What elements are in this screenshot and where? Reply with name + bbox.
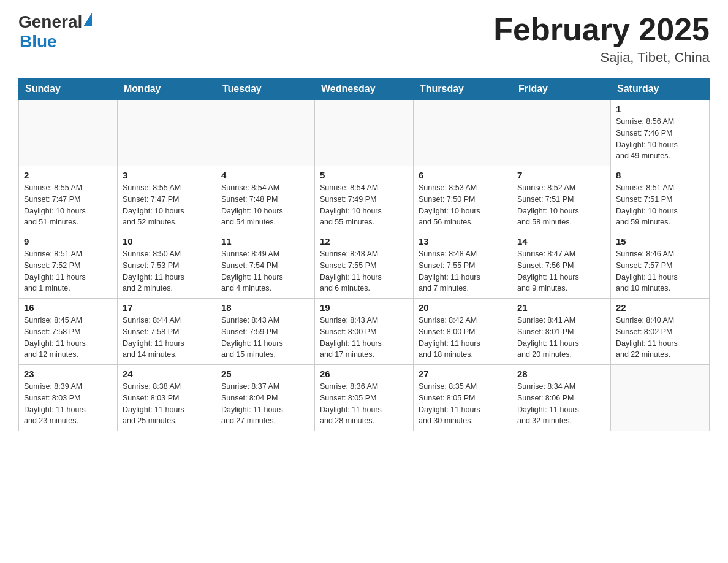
weekday-header-tuesday: Tuesday	[216, 79, 315, 100]
day-number: 20	[419, 302, 507, 313]
day-number: 8	[616, 170, 704, 180]
calendar-cell: 4Sunrise: 8:54 AM Sunset: 7:48 PM Daylig…	[216, 166, 315, 232]
calendar-cell	[118, 100, 216, 166]
day-info: Sunrise: 8:43 AM Sunset: 7:59 PM Dayligh…	[221, 315, 309, 361]
calendar-cell: 17Sunrise: 8:44 AM Sunset: 7:58 PM Dayli…	[118, 299, 216, 365]
day-number: 6	[419, 170, 507, 180]
day-info: Sunrise: 8:36 AM Sunset: 8:05 PM Dayligh…	[320, 381, 408, 427]
weekday-header-wednesday: Wednesday	[315, 79, 414, 100]
day-info: Sunrise: 8:47 AM Sunset: 7:56 PM Dayligh…	[517, 248, 605, 294]
calendar-cell: 9Sunrise: 8:51 AM Sunset: 7:52 PM Daylig…	[19, 232, 118, 299]
day-number: 4	[221, 170, 309, 180]
day-number: 28	[517, 369, 605, 379]
day-info: Sunrise: 8:44 AM Sunset: 7:58 PM Dayligh…	[123, 315, 211, 361]
calendar-cell: 1Sunrise: 8:56 AM Sunset: 7:46 PM Daylig…	[611, 100, 710, 166]
calendar-location: Sajia, Tibet, China	[493, 50, 710, 66]
calendar-cell: 3Sunrise: 8:55 AM Sunset: 7:47 PM Daylig…	[118, 166, 216, 232]
day-number: 2	[24, 170, 112, 180]
calendar-cell: 12Sunrise: 8:48 AM Sunset: 7:55 PM Dayli…	[315, 232, 414, 299]
day-info: Sunrise: 8:42 AM Sunset: 8:00 PM Dayligh…	[419, 315, 507, 361]
calendar-cell: 7Sunrise: 8:52 AM Sunset: 7:51 PM Daylig…	[512, 166, 611, 232]
calendar-cell: 24Sunrise: 8:38 AM Sunset: 8:03 PM Dayli…	[118, 365, 216, 431]
day-info: Sunrise: 8:55 AM Sunset: 7:47 PM Dayligh…	[123, 182, 211, 228]
day-number: 21	[517, 302, 605, 313]
calendar-cell	[315, 100, 414, 166]
day-info: Sunrise: 8:51 AM Sunset: 7:51 PM Dayligh…	[616, 182, 704, 228]
calendar-week-row: 1Sunrise: 8:56 AM Sunset: 7:46 PM Daylig…	[19, 100, 710, 166]
page-header: General Blue February 2025 Sajia, Tibet,…	[18, 12, 710, 66]
day-info: Sunrise: 8:56 AM Sunset: 7:46 PM Dayligh…	[616, 116, 704, 162]
weekday-header-sunday: Sunday	[19, 79, 118, 100]
weekday-header-monday: Monday	[118, 79, 216, 100]
day-number: 15	[616, 236, 704, 247]
day-info: Sunrise: 8:48 AM Sunset: 7:55 PM Dayligh…	[419, 248, 507, 294]
day-info: Sunrise: 8:38 AM Sunset: 8:03 PM Dayligh…	[123, 381, 211, 427]
calendar-cell	[19, 100, 118, 166]
day-number: 23	[24, 369, 112, 379]
calendar-cell: 19Sunrise: 8:43 AM Sunset: 8:00 PM Dayli…	[315, 299, 414, 365]
calendar-cell: 8Sunrise: 8:51 AM Sunset: 7:51 PM Daylig…	[611, 166, 710, 232]
calendar-cell	[611, 365, 710, 431]
day-info: Sunrise: 8:45 AM Sunset: 7:58 PM Dayligh…	[24, 315, 112, 361]
calendar-cell: 21Sunrise: 8:41 AM Sunset: 8:01 PM Dayli…	[512, 299, 611, 365]
day-info: Sunrise: 8:51 AM Sunset: 7:52 PM Dayligh…	[24, 248, 112, 294]
day-number: 24	[123, 369, 211, 379]
calendar-cell: 14Sunrise: 8:47 AM Sunset: 7:56 PM Dayli…	[512, 232, 611, 299]
calendar-cell: 20Sunrise: 8:42 AM Sunset: 8:00 PM Dayli…	[414, 299, 512, 365]
calendar-cell: 25Sunrise: 8:37 AM Sunset: 8:04 PM Dayli…	[216, 365, 315, 431]
day-info: Sunrise: 8:40 AM Sunset: 8:02 PM Dayligh…	[616, 315, 704, 361]
day-info: Sunrise: 8:50 AM Sunset: 7:53 PM Dayligh…	[123, 248, 211, 294]
day-info: Sunrise: 8:52 AM Sunset: 7:51 PM Dayligh…	[517, 182, 605, 228]
calendar-cell: 10Sunrise: 8:50 AM Sunset: 7:53 PM Dayli…	[118, 232, 216, 299]
weekday-header-row: SundayMondayTuesdayWednesdayThursdayFrid…	[19, 79, 710, 100]
day-info: Sunrise: 8:41 AM Sunset: 8:01 PM Dayligh…	[517, 315, 605, 361]
day-number: 18	[221, 302, 309, 313]
day-number: 11	[221, 236, 309, 247]
logo: General Blue	[18, 12, 92, 52]
calendar-cell: 27Sunrise: 8:35 AM Sunset: 8:05 PM Dayli…	[414, 365, 512, 431]
day-info: Sunrise: 8:48 AM Sunset: 7:55 PM Dayligh…	[320, 248, 408, 294]
calendar-cell: 13Sunrise: 8:48 AM Sunset: 7:55 PM Dayli…	[414, 232, 512, 299]
day-info: Sunrise: 8:39 AM Sunset: 8:03 PM Dayligh…	[24, 381, 112, 427]
calendar-cell: 15Sunrise: 8:46 AM Sunset: 7:57 PM Dayli…	[611, 232, 710, 299]
logo-general-text: General	[18, 12, 82, 32]
day-info: Sunrise: 8:46 AM Sunset: 7:57 PM Dayligh…	[616, 248, 704, 294]
day-number: 3	[123, 170, 211, 180]
calendar-cell: 11Sunrise: 8:49 AM Sunset: 7:54 PM Dayli…	[216, 232, 315, 299]
day-number: 5	[320, 170, 408, 180]
day-number: 16	[24, 302, 112, 313]
calendar-cell: 23Sunrise: 8:39 AM Sunset: 8:03 PM Dayli…	[19, 365, 118, 431]
calendar-cell	[512, 100, 611, 166]
day-info: Sunrise: 8:34 AM Sunset: 8:06 PM Dayligh…	[517, 381, 605, 427]
day-number: 12	[320, 236, 408, 247]
logo-blue-text: Blue	[20, 32, 57, 52]
calendar-cell: 5Sunrise: 8:54 AM Sunset: 7:49 PM Daylig…	[315, 166, 414, 232]
calendar-cell: 2Sunrise: 8:55 AM Sunset: 7:47 PM Daylig…	[19, 166, 118, 232]
calendar-week-row: 9Sunrise: 8:51 AM Sunset: 7:52 PM Daylig…	[19, 232, 710, 299]
calendar-table: SundayMondayTuesdayWednesdayThursdayFrid…	[18, 78, 710, 431]
weekday-header-thursday: Thursday	[414, 79, 512, 100]
day-number: 13	[419, 236, 507, 247]
calendar-cell: 16Sunrise: 8:45 AM Sunset: 7:58 PM Dayli…	[19, 299, 118, 365]
calendar-cell	[414, 100, 512, 166]
calendar-cell: 6Sunrise: 8:53 AM Sunset: 7:50 PM Daylig…	[414, 166, 512, 232]
day-info: Sunrise: 8:54 AM Sunset: 7:49 PM Dayligh…	[320, 182, 408, 228]
day-number: 26	[320, 369, 408, 379]
day-number: 22	[616, 302, 704, 313]
day-info: Sunrise: 8:37 AM Sunset: 8:04 PM Dayligh…	[221, 381, 309, 427]
title-block: February 2025 Sajia, Tibet, China	[493, 12, 710, 66]
weekday-header-saturday: Saturday	[611, 79, 710, 100]
day-info: Sunrise: 8:54 AM Sunset: 7:48 PM Dayligh…	[221, 182, 309, 228]
calendar-cell: 18Sunrise: 8:43 AM Sunset: 7:59 PM Dayli…	[216, 299, 315, 365]
day-info: Sunrise: 8:35 AM Sunset: 8:05 PM Dayligh…	[419, 381, 507, 427]
calendar-cell: 26Sunrise: 8:36 AM Sunset: 8:05 PM Dayli…	[315, 365, 414, 431]
day-info: Sunrise: 8:53 AM Sunset: 7:50 PM Dayligh…	[419, 182, 507, 228]
day-number: 10	[123, 236, 211, 247]
logo-triangle-icon	[83, 13, 92, 26]
day-number: 1	[616, 104, 704, 114]
day-number: 27	[419, 369, 507, 379]
day-number: 9	[24, 236, 112, 247]
calendar-cell: 22Sunrise: 8:40 AM Sunset: 8:02 PM Dayli…	[611, 299, 710, 365]
calendar-week-row: 16Sunrise: 8:45 AM Sunset: 7:58 PM Dayli…	[19, 299, 710, 365]
calendar-cell: 28Sunrise: 8:34 AM Sunset: 8:06 PM Dayli…	[512, 365, 611, 431]
